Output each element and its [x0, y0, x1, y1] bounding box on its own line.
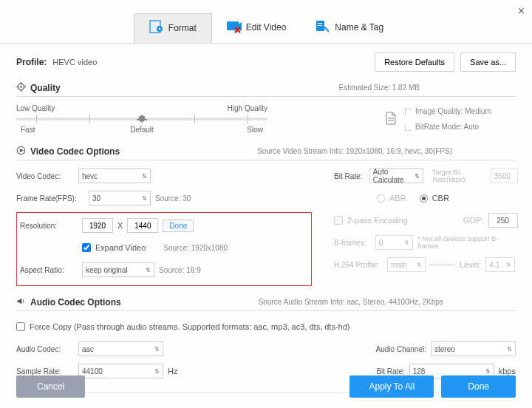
bframes-select: 0⇅ [375, 235, 414, 250]
chevron-icon: ⇅ [154, 368, 160, 375]
hz-label: Hz [168, 367, 177, 375]
sample-rate-label: Sample Rate: [16, 367, 74, 375]
tab-name-tag[interactable]: Name & Tag [301, 13, 398, 43]
chevron-icon: ⇅ [142, 173, 147, 180]
fps-source: Source: 30 [155, 194, 191, 203]
svg-point-8 [20, 86, 21, 87]
chevron-icon: ⇅ [154, 346, 160, 353]
decoration [405, 125, 411, 131]
force-copy-label: Force Copy (Pass through audio streams. … [30, 322, 349, 331]
slider-tick [248, 115, 248, 123]
target-bitrate-label: Target Bit Rate(kbps): [432, 169, 486, 183]
resolution-width-input[interactable] [82, 218, 113, 233]
quality-slider[interactable]: Low Quality High Quality Fast Default Sl… [16, 104, 267, 134]
chevron-icon: ⇅ [417, 262, 422, 268]
high-quality-label: High Quality [228, 104, 267, 112]
gop-label: GOP: [463, 216, 484, 225]
gear-icon [16, 82, 26, 93]
aspect-source: Source: 16:9 [159, 266, 201, 274]
tab-label: Name & Tag [335, 22, 383, 33]
svg-rect-5 [318, 23, 322, 24]
aspect-ratio-select[interactable]: keep original⇅ [82, 262, 154, 277]
bframes-label: B-frames: [334, 239, 371, 247]
audio-codec-select[interactable]: aac⇅ [78, 341, 163, 356]
h264-profile-label: H.264 Profile: [334, 261, 383, 269]
h264-profile-select: main⇅ [387, 257, 426, 272]
section-title: Quality [30, 83, 61, 93]
slider-tick [89, 115, 90, 123]
profile-value: HEVC video [52, 58, 97, 67]
edit-video-icon [227, 20, 242, 35]
resolution-height-input[interactable] [127, 218, 158, 233]
save-as-button[interactable]: Save as... [460, 52, 516, 72]
expand-video-label: Expand Video [95, 243, 146, 252]
close-icon[interactable]: × [518, 4, 525, 18]
section-title: Video Codec Options [30, 146, 120, 157]
svg-point-2 [159, 28, 161, 30]
bitrate-select[interactable]: Auto Calculate⇅ [369, 169, 423, 183]
level-select: 4.1⇅ [485, 257, 515, 272]
fps-label: Frame Rate(FPS): [16, 194, 84, 203]
expand-video-checkbox[interactable] [82, 243, 91, 252]
tab-format[interactable]: Format [134, 13, 212, 43]
audio-channel-select[interactable]: stereo⇅ [431, 341, 516, 356]
quality-header: Quality Estimated Size: 1.82 MB [16, 82, 516, 97]
chevron-icon: ⇅ [507, 346, 512, 353]
decoration [405, 109, 411, 115]
chevron-icon: ⇅ [146, 267, 151, 273]
done-button[interactable]: Done [441, 375, 516, 398]
video-codec-select[interactable]: hevc⇅ [78, 169, 151, 183]
resolution-group: Resolution: X Done Expand Video Source: … [16, 212, 312, 286]
default-label: Default [130, 126, 154, 134]
profile-row: Profile: HEVC video Restore Defaults Sav… [16, 52, 516, 72]
profile-label: Profile: [16, 57, 47, 67]
format-icon [149, 20, 164, 35]
force-copy-checkbox[interactable] [16, 322, 25, 331]
restore-defaults-button[interactable]: Restore Defaults [375, 52, 454, 72]
estimated-size: Estimated Size: 1.82 MB [339, 84, 420, 92]
tab-label: Format [168, 23, 197, 33]
document-icon [386, 112, 396, 126]
fast-label: Fast [21, 126, 35, 134]
level-label: Level: [460, 260, 481, 269]
tab-edit-video[interactable]: Edit Video [212, 13, 301, 43]
section-title: Audio Codec Options [30, 297, 121, 307]
audio-stream-info: Source Audio Stream Info: aac, Stereo, 4… [259, 298, 443, 306]
cancel-button[interactable]: Cancel [16, 375, 85, 398]
twopass-checkbox [334, 216, 343, 225]
tab-label: Edit Video [246, 22, 287, 33]
cbr-label: CBR [432, 194, 449, 203]
chevron-icon: ⇅ [415, 173, 420, 180]
resolution-done-button[interactable]: Done [163, 220, 194, 232]
resolution-label: Resolution: [20, 222, 78, 230]
x-label: X [117, 221, 123, 230]
decoration [430, 265, 455, 265]
abr-label: ABR [389, 194, 406, 203]
svg-rect-6 [318, 25, 322, 26]
slider-tick [36, 115, 37, 123]
slider-thumb[interactable] [139, 115, 146, 122]
cbr-radio[interactable] [420, 194, 428, 203]
chevron-icon: ⇅ [142, 195, 147, 202]
audio-codec-header: Audio Codec Options Source Audio Stream … [16, 296, 516, 311]
slow-label: Slow [247, 126, 263, 134]
video-stream-info: Source Video Stream Info: 1920x1080, 16:… [257, 147, 452, 155]
aspect-ratio-label: Aspect Ratio: [20, 266, 78, 274]
bitrate-label: Bit Rate: [334, 172, 365, 180]
target-bitrate-input: 3600 [491, 169, 518, 183]
name-tag-icon [316, 20, 330, 35]
kbps-label: kbps [499, 367, 516, 375]
bframes-note: * Not all devices support B-frames [417, 235, 517, 250]
chevron-icon: ⇅ [404, 239, 409, 246]
low-quality-label: Low Quality [16, 104, 55, 112]
video-codec-header: Video Codec Options Source Video Stream … [16, 146, 516, 160]
twopass-label: 2-pass Encoding [347, 216, 408, 225]
video-codec-label: Video Codec: [16, 172, 74, 180]
chevron-icon: ⇅ [506, 262, 511, 268]
abr-radio[interactable] [377, 194, 385, 203]
gop-input[interactable] [488, 213, 518, 228]
video-icon [16, 146, 26, 157]
fps-select[interactable]: 30⇅ [89, 191, 151, 205]
apply-to-all-button[interactable]: Apply To All [349, 375, 434, 398]
slider-tick [194, 115, 195, 123]
